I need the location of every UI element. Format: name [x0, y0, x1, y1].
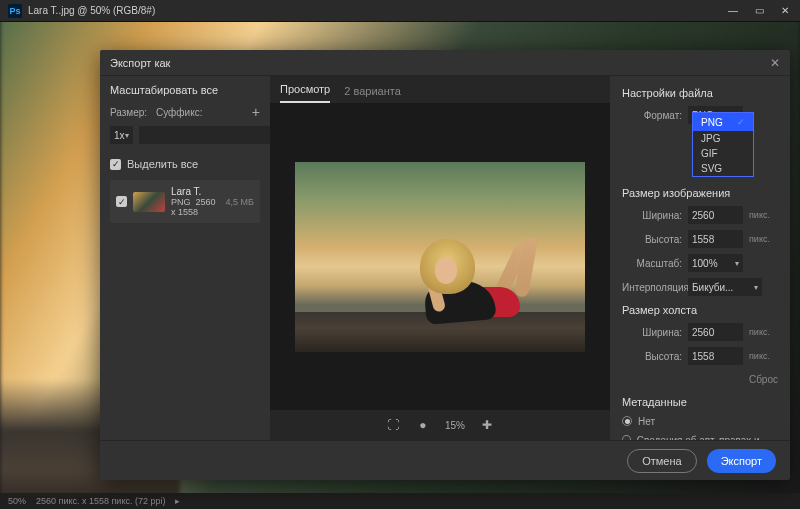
preview-image	[295, 162, 585, 352]
height-label: Высота:	[622, 234, 682, 245]
export-button[interactable]: Экспорт	[707, 449, 776, 473]
zoom-out-button[interactable]: ●	[415, 417, 431, 433]
dialog-close-button[interactable]: ✕	[770, 56, 780, 70]
metadata-copyright-radio[interactable]	[622, 435, 631, 440]
file-settings-header: Настройки файла	[622, 87, 778, 99]
format-dropdown: PNG✓ JPG GIF SVG	[692, 112, 754, 177]
scale-select[interactable]: 100%▾	[688, 254, 743, 272]
status-arrow-icon: ▸	[175, 496, 180, 506]
format-option-gif[interactable]: GIF	[693, 146, 753, 161]
size-label: Размер:	[110, 107, 150, 118]
add-scale-button[interactable]: +	[252, 104, 260, 120]
window-title: Lara T..jpg @ 50% (RGB/8#)	[28, 5, 155, 16]
check-icon: ✓	[737, 117, 745, 127]
window-minimize-button[interactable]: —	[726, 5, 740, 16]
format-label: Формат:	[622, 110, 682, 121]
status-dimensions: 2560 пикс. x 1558 пикс. (72 ppi)	[36, 496, 165, 506]
asset-filesize: 4,5 МБ	[226, 197, 254, 207]
size-select[interactable]: 1x▾	[110, 126, 133, 144]
select-all-label: Выделить все	[127, 158, 198, 170]
metadata-copyright-label: Сведения об авт. правах и контакты	[637, 435, 778, 440]
interpolation-label: Интерполяция:	[622, 282, 682, 293]
suffix-input[interactable]	[139, 126, 274, 144]
format-option-png[interactable]: PNG✓	[693, 113, 753, 131]
settings-panel: Настройки файла Формат: PNG▾ PNG✓ JPG GI…	[610, 76, 790, 440]
reset-button[interactable]: Сброс	[622, 374, 778, 385]
tab-preview[interactable]: Просмотр	[280, 83, 330, 103]
canvas-width-input[interactable]	[688, 323, 743, 341]
window-close-button[interactable]: ✕	[778, 5, 792, 16]
canvas-height-input[interactable]	[688, 347, 743, 365]
status-bar: 50% 2560 пикс. x 1558 пикс. (72 ppi) ▸	[0, 493, 800, 509]
width-label: Ширина:	[622, 210, 682, 221]
height-input[interactable]	[688, 230, 743, 248]
preview-canvas	[270, 104, 610, 410]
metadata-none-label: Нет	[638, 416, 655, 427]
suffix-label: Суффикс:	[156, 107, 246, 118]
dialog-header: Экспорт как ✕	[100, 50, 790, 76]
chevron-down-icon: ▾	[125, 131, 129, 140]
scale-label: Масштаб:	[622, 258, 682, 269]
scale-all-label: Масштабировать все	[110, 84, 260, 96]
asset-checkbox[interactable]: ✓	[116, 196, 127, 207]
select-all-checkbox[interactable]: ✓	[110, 159, 121, 170]
export-dialog: Экспорт как ✕ Масштабировать все Размер:…	[100, 50, 790, 480]
window-maximize-button[interactable]: ▭	[752, 5, 766, 16]
format-option-jpg[interactable]: JPG	[693, 131, 753, 146]
tab-variants[interactable]: 2 варианта	[344, 85, 401, 103]
dialog-title: Экспорт как	[110, 57, 170, 69]
asset-item[interactable]: ✓ Lara T. PNG 2560 x 1558 4,5 МБ	[110, 180, 260, 223]
fit-icon[interactable]: ⛶	[385, 417, 401, 433]
preview-panel: Просмотр 2 варианта	[270, 76, 610, 440]
dialog-footer: Отмена Экспорт	[100, 440, 790, 480]
assets-panel: Масштабировать все Размер: Суффикс: + 1x…	[100, 76, 270, 440]
format-option-svg[interactable]: SVG	[693, 161, 753, 176]
status-zoom: 50%	[8, 496, 26, 506]
image-size-header: Размер изображения	[622, 187, 778, 199]
interpolation-select[interactable]: Бикуби...▾	[688, 278, 762, 296]
app-logo-icon: Ps	[8, 4, 22, 18]
asset-thumbnail	[133, 192, 165, 212]
width-input[interactable]	[688, 206, 743, 224]
zoom-value: 15%	[445, 420, 465, 431]
metadata-none-radio[interactable]	[622, 416, 632, 426]
zoom-in-button[interactable]: ✚	[479, 417, 495, 433]
asset-name: Lara T.	[171, 186, 220, 197]
zoom-bar: ⛶ ● 15% ✚	[270, 410, 610, 440]
metadata-header: Метаданные	[622, 396, 778, 408]
cancel-button[interactable]: Отмена	[627, 449, 696, 473]
titlebar: Ps Lara T..jpg @ 50% (RGB/8#) — ▭ ✕	[0, 0, 800, 22]
canvas-size-header: Размер холста	[622, 304, 778, 316]
